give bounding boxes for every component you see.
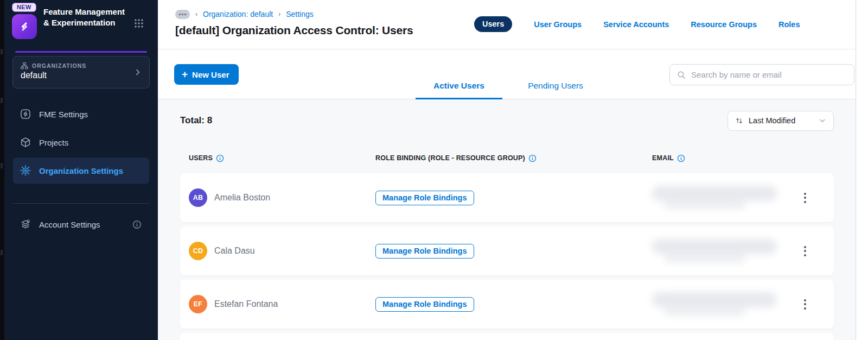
column-header-users: USERS [189,154,375,162]
sidebar-divider [13,203,149,204]
tab-users[interactable]: Users [474,16,512,32]
total-count: Total: 8 [180,115,212,126]
tab-active-users[interactable]: Active Users [416,81,502,99]
sidebar-item-fme-settings[interactable]: FME Settings [13,101,149,127]
new-badge: NEW [12,3,36,12]
breadcrumb: › Organization: default › Settings [175,9,314,19]
table-row: EF Estefan Fontana Manage Role Bindings [180,280,834,329]
redacted-email [652,289,788,319]
sidebar-item-label: FME Settings [39,110,88,119]
row-menu-kebab-icon[interactable] [801,190,809,206]
account-layers-icon [20,218,31,230]
plus-icon: + [182,69,188,79]
column-header-role-binding: ROLE BINDING (ROLE - RESOURCE GROUP) [375,154,652,162]
info-icon[interactable] [528,154,537,162]
row-menu-kebab-icon[interactable] [801,296,809,313]
table-row: CD Cala Dasu Manage Role Bindings [180,226,834,275]
user-state-tabs: Active Users Pending Users [416,81,599,99]
organizations-label: ORGANIZATIONS [32,62,86,69]
app-grid-icon[interactable] [134,18,144,28]
main-panel: › Organization: default › Settings [defa… [158,0,856,340]
sidebar-item-label: Organization Settings [39,166,123,175]
chevron-separator: › [195,10,197,18]
search-icon [676,70,686,80]
new-user-button[interactable]: + New User [174,64,239,85]
users-list-section: Total: 8 Last Modified [158,99,856,340]
search-box [669,64,854,85]
table-header-row: USERS ROLE BINDING (ROLE - RESOURCE GROU… [180,153,834,163]
sort-value: Last Modified [749,116,813,125]
app-screen: NEW Feature Management & Experimentation [0,0,868,340]
avatar: AB [189,188,207,207]
manage-role-bindings-button[interactable]: Manage Role Bindings [375,244,474,259]
redacted-email [652,182,788,213]
sidebar: NEW Feature Management & Experimentation [4,0,158,340]
fme-logo-icon [12,14,37,39]
toolbar: + New User Active Users Pending Users [158,49,856,99]
avatar: EF [189,295,207,313]
app-title: Feature Management & Experimentation [43,7,130,28]
new-user-button-label: New User [192,70,229,79]
organization-value: default [21,71,47,80]
tab-resource-groups[interactable]: Resource Groups [691,20,757,29]
chevron-separator: › [278,10,280,18]
sidebar-item-projects[interactable]: Projects [13,129,149,155]
tab-service-accounts[interactable]: Service Accounts [603,20,669,29]
tab-roles[interactable]: Roles [778,20,800,29]
avatar: CD [189,242,207,260]
gear-icon [20,165,31,177]
manage-role-bindings-button[interactable]: Manage Role Bindings [375,297,474,312]
user-name: Cala Dasu [214,246,255,256]
sidebar-item-account-settings[interactable]: Account Settings [13,212,149,237]
search-input[interactable] [691,70,847,79]
organization-selector[interactable]: ORGANIZATIONS default [12,56,150,89]
sidebar-item-label: Projects [39,138,68,147]
breadcrumb-ellipsis-button[interactable] [175,10,190,19]
user-name: Amelia Boston [214,193,270,203]
column-header-email: EMAIL [652,154,834,162]
organizations-icon [21,62,28,70]
info-icon[interactable] [677,154,685,162]
manage-role-bindings-button[interactable]: Manage Role Bindings [375,191,474,205]
breadcrumb-link-organization[interactable]: Organization: default [203,10,273,18]
table-row [180,333,834,340]
info-icon[interactable] [216,154,224,162]
user-name: Estefan Fontana [214,299,278,309]
breadcrumb-link-settings[interactable]: Settings [286,10,314,18]
sort-arrows-icon [735,116,744,125]
sidebar-item-organization-settings[interactable]: Organization Settings [13,158,149,184]
chevron-right-icon [133,67,143,77]
sidebar-item-label: Account Settings [39,220,100,229]
sort-dropdown[interactable]: Last Modified [727,111,834,131]
projects-icon [20,136,31,148]
page-title: [default] Organization Access Control: U… [175,24,413,37]
tab-pending-users[interactable]: Pending Users [512,81,599,99]
background-window-edge [0,0,4,340]
sidebar-nav: FME Settings Projects Or [13,101,149,186]
info-icon[interactable] [132,220,142,229]
page-header: › Organization: default › Settings [defa… [158,0,856,49]
access-control-tabs: Users User Groups Service Accounts Resou… [474,16,800,32]
chevron-down-icon [818,116,827,125]
tab-user-groups[interactable]: User Groups [534,20,582,29]
sidebar-accent-rule [15,51,147,53]
table-row: AB Amelia Boston Manage Role Bindings [180,173,834,222]
row-menu-kebab-icon[interactable] [801,243,809,260]
redacted-email [652,236,788,266]
fme-settings-icon [20,108,31,120]
